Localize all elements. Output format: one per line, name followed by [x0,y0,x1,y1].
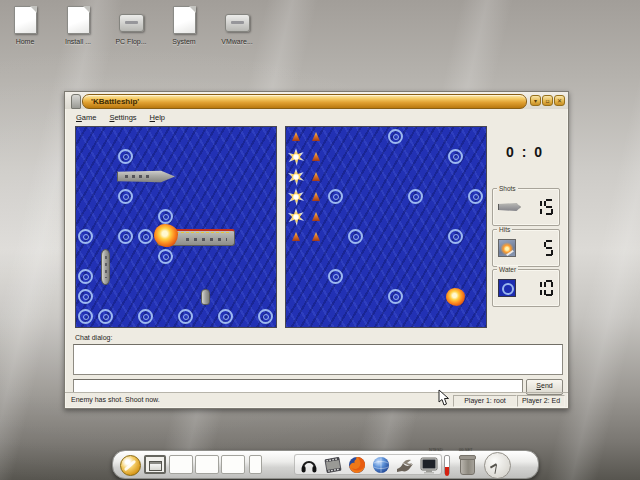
score-display: 0 : 0 [492,144,558,160]
firefox-icon[interactable] [346,454,368,475]
menubar: GameSettingsHelp [65,109,568,125]
statusbar: Enemy has shot. Shoot now. Player 1: roo… [65,392,568,408]
desktop-icon-label: VMware... [221,38,253,45]
kde-menu-button[interactable] [120,455,141,476]
kbattleship-window: 'KBattleship' ▾ ▫ ✕ GameSettingsHelp 0 :… [64,91,569,409]
ship-icon [498,202,521,212]
chat-history[interactable] [73,344,563,375]
drive-icon [225,14,250,32]
desktop-icon-vmware-[interactable]: VMware... [214,6,260,45]
taskbar: NTESD 00-SET [112,450,539,479]
flame-marker [312,212,320,221]
miss-marker[interactable] [258,309,273,324]
analog-clock[interactable] [484,452,511,479]
desktop-icon-install-[interactable]: Install ... [55,6,101,45]
hit-marker[interactable] [287,188,305,206]
task-slot[interactable] [169,455,193,474]
miss-marker[interactable] [138,229,153,244]
document-icon [14,6,37,34]
miss-marker[interactable] [158,249,173,264]
hit-marker[interactable] [287,208,305,226]
menu-game[interactable]: Game [76,113,96,122]
own-board[interactable] [75,126,277,328]
miss-marker[interactable] [98,309,113,324]
water-groupbox: Water [492,269,560,307]
miss-marker[interactable] [468,189,483,204]
fire-icon [498,239,516,257]
task-slot-small[interactable] [249,455,262,474]
miss-marker[interactable] [178,309,193,324]
thermometer-applet-icon[interactable] [444,455,450,475]
flame-marker [292,132,300,141]
kbattleship-window-icon [71,94,81,109]
desktop-wallpaper: HomeInstall ...PC Flop...SystemVMware...… [0,0,640,480]
titlebar[interactable]: 'KBattleship' ▾ ▫ ✕ [65,92,568,109]
monitor-icon[interactable] [418,454,440,475]
hits-lcd-value [544,240,553,256]
miss-marker[interactable] [78,289,93,304]
miss-marker[interactable] [118,149,133,164]
miss-marker[interactable] [158,209,173,224]
water-icon [498,279,516,297]
miss-marker[interactable] [328,269,343,284]
enemy-board[interactable] [285,126,487,328]
shots-content [493,189,559,225]
hit-marker[interactable] [287,148,305,166]
minimize-button[interactable]: ▾ [530,95,541,106]
maximize-button[interactable]: ▫ [542,95,553,106]
hit-marker[interactable] [287,168,305,186]
desktop-icon-label: System [172,38,195,45]
desktop-icon-label: Home [16,38,35,45]
desktop-icon-label: PC Flop... [115,38,146,45]
flame-marker [312,192,320,201]
thermometer-applet-label: NTESD [429,447,443,452]
miss-marker[interactable] [388,289,403,304]
miss-marker[interactable] [448,229,463,244]
mouse-cursor [438,389,450,406]
miss-marker[interactable] [118,229,133,244]
miss-marker[interactable] [448,149,463,164]
ship-destroyer[interactable] [117,170,175,183]
miss-marker[interactable] [348,229,363,244]
miss-marker[interactable] [118,189,133,204]
miss-marker[interactable] [78,269,93,284]
desktop-icon-system[interactable]: System [161,6,207,45]
ship-submarine[interactable] [101,249,110,285]
miss-marker[interactable] [218,309,233,324]
document-icon [173,6,196,34]
menu-help[interactable]: Help [150,113,165,122]
task-slot[interactable] [195,455,219,474]
shots-groupbox: Shots [492,188,560,226]
task-button-kbattleship[interactable] [144,455,166,474]
globe-icon[interactable] [370,454,392,475]
chat-input[interactable] [73,379,523,393]
lcd-digit [533,280,542,296]
miss-marker[interactable] [78,309,93,324]
lcd-digit [533,199,542,215]
miss-marker[interactable] [388,129,403,144]
ship-boat[interactable] [201,289,210,305]
bird-icon[interactable] [394,454,416,475]
desktop-icon-label: Install ... [65,38,91,45]
trash-icon[interactable] [460,456,475,475]
miss-marker[interactable] [78,229,93,244]
document-icon [67,6,90,34]
film-icon[interactable] [322,454,344,475]
explosion-marker[interactable] [446,288,465,306]
window-controls: ▾ ▫ ✕ [530,95,565,106]
close-button[interactable]: ✕ [554,95,565,106]
miss-marker[interactable] [328,189,343,204]
miss-marker[interactable] [138,309,153,324]
drive-icon [119,14,144,32]
hits-groupbox: Hits [492,229,560,267]
miss-marker[interactable] [408,189,423,204]
chat-dialog-label: Chat dialog: [75,334,112,341]
player2-status: Player 2: Ed [517,395,565,407]
headphones-icon[interactable] [298,454,320,475]
task-slot[interactable] [221,455,245,474]
flame-marker [312,132,320,141]
desktop-icon-pc-flop-[interactable]: PC Flop... [108,6,154,45]
menu-settings[interactable]: Settings [109,113,136,122]
flame-marker [312,172,320,181]
desktop-icon-home[interactable]: Home [2,6,48,45]
